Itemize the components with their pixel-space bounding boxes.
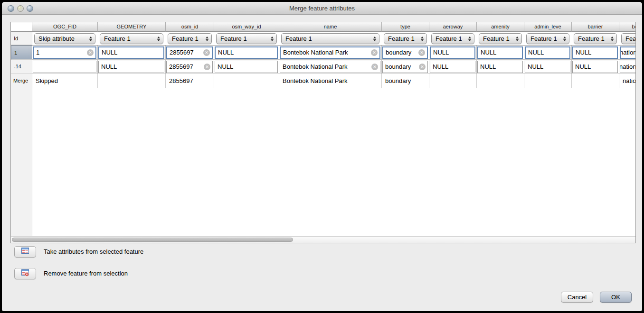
combo-value: Feature 1 — [104, 35, 131, 42]
feature-row-14: -14 NULL 2855697✕ NULL Bontebok National… — [11, 60, 635, 74]
row-header-feature-1[interactable]: 1 — [11, 46, 32, 60]
table-viewport: OGC_FID GEOMETRY osm_id osm_way_id name … — [11, 22, 635, 236]
attribute-value-field[interactable]: NULL — [215, 46, 278, 59]
combo-value: Feature 1 — [220, 35, 247, 42]
attribute-value-field[interactable]: NULL — [572, 46, 618, 59]
attribute-value-field[interactable]: NULL — [430, 61, 475, 73]
column-header-row: OGC_FID GEOMETRY osm_id osm_way_id name … — [11, 22, 635, 32]
attribute-value-field[interactable]: NULL — [98, 46, 164, 59]
remove-feature-label: Remove feature from selection — [44, 268, 128, 279]
attribute-value-field[interactable]: NULL — [572, 61, 618, 73]
merge-result-cell — [214, 74, 279, 88]
window-title: Merge feature attributes — [2, 2, 642, 15]
combo-arrows-icon — [468, 37, 471, 41]
attribute-value-field[interactable]: national_park — [620, 61, 635, 73]
scrollbar-thumb[interactable] — [12, 238, 293, 242]
field-text: NULL — [575, 63, 591, 70]
clear-icon[interactable]: ✕ — [87, 49, 94, 56]
clear-icon[interactable]: ✕ — [204, 64, 210, 70]
attribute-value-field[interactable]: 1✕ — [33, 46, 96, 59]
take-attributes-button[interactable] — [14, 246, 36, 258]
titlebar[interactable]: Merge feature attributes — [2, 2, 642, 15]
policy-combo-admin-leve[interactable]: Feature 1 — [526, 33, 569, 44]
horizontal-scrollbar[interactable] — [11, 236, 635, 243]
take-attributes-icon — [21, 247, 29, 257]
feature-row-1: 1 1✕ NULL 2855697✕ NULL Bontebok Nationa… — [11, 46, 635, 60]
clear-icon[interactable]: ✕ — [203, 49, 210, 56]
attribute-value-field[interactable]: boundary✕ — [382, 46, 428, 59]
field-text: NULL — [433, 49, 449, 56]
combo-value: Feature 1 — [625, 35, 635, 42]
attribute-value-field[interactable]: Bontebok National Park✕ — [280, 61, 380, 73]
combo-arrows-icon — [206, 37, 208, 41]
column-header-type: type — [382, 22, 429, 32]
attribute-value-field[interactable]: NULL — [477, 46, 523, 59]
combo-arrows-icon — [516, 37, 519, 41]
minimize-button[interactable] — [17, 5, 24, 12]
policy-combo-type[interactable]: Feature 1 — [384, 33, 427, 44]
policy-combo-boundary[interactable]: Feature 1 — [621, 33, 635, 44]
attribute-value-field[interactable]: NULL — [215, 61, 278, 73]
policy-combo-osm-id[interactable]: Feature 1 — [168, 33, 212, 44]
policy-combo-ogc-fid[interactable]: Skip attribute — [34, 33, 95, 44]
merge-result-cell: 2855697 — [166, 74, 214, 88]
attribute-value-field[interactable]: NULL — [525, 46, 570, 59]
combo-arrows-icon — [373, 37, 376, 41]
column-header-osm-id: osm_id — [166, 22, 214, 32]
column-header-boundary: boundary — [619, 22, 635, 32]
attribute-value-field[interactable]: 2855697✕ — [166, 46, 213, 59]
combo-arrows-icon — [611, 37, 614, 41]
combo-value: Feature 1 — [530, 35, 557, 42]
policy-combo-aeroway[interactable]: Feature 1 — [431, 33, 474, 44]
field-text: boundary — [386, 49, 411, 56]
policy-combo-amenity[interactable]: Feature 1 — [479, 33, 522, 44]
combo-value: Feature 1 — [483, 35, 510, 42]
row-header-merge[interactable]: Merge — [11, 74, 32, 88]
field-text: NULL — [102, 49, 117, 56]
policy-combo-barrier[interactable]: Feature 1 — [574, 33, 617, 44]
zoom-button[interactable] — [27, 5, 33, 12]
ok-button[interactable]: OK — [600, 292, 632, 303]
attribute-value-field[interactable]: Bontebok National Park✕ — [280, 46, 380, 59]
policy-combo-geometry[interactable]: Feature 1 — [100, 33, 163, 44]
attribute-value-field[interactable]: NULL — [98, 61, 164, 73]
column-header-ogc-fid: OGC_FID — [32, 22, 98, 32]
remove-feature-button[interactable] — [14, 268, 36, 279]
clear-icon[interactable]: ✕ — [418, 49, 425, 56]
merge-result-cell: Skipped — [32, 74, 98, 88]
attribute-value-field[interactable]: national_park — [620, 46, 635, 59]
merge-result-cell — [524, 74, 572, 88]
combo-value: Feature 1 — [436, 35, 462, 42]
policy-combo-name[interactable]: Feature 1 — [281, 33, 379, 44]
attribute-value-field[interactable]: NULL — [525, 61, 570, 73]
merge-policy-row: Id Skip attribute Feature 1 Feature 1 Fe… — [11, 32, 635, 46]
merge-result-cell — [429, 74, 477, 88]
field-text: national_park — [620, 47, 635, 58]
attribute-value-field[interactable] — [33, 61, 96, 73]
attribute-value-field[interactable]: 2855697✕ — [166, 61, 213, 73]
field-text: NULL — [433, 63, 448, 70]
field-text: 2855697 — [169, 63, 193, 70]
field-text: NULL — [576, 49, 591, 56]
clear-icon[interactable]: ✕ — [371, 64, 378, 70]
take-attributes-label: Take attributes from selected feature — [44, 246, 143, 258]
remove-feature-icon — [21, 269, 29, 278]
close-button[interactable] — [8, 5, 14, 12]
merge-attributes-table: OGC_FID GEOMETRY osm_id osm_way_id name … — [10, 22, 636, 243]
clear-icon[interactable]: ✕ — [371, 49, 378, 56]
policy-combo-osm-way-id[interactable]: Feature 1 — [216, 33, 277, 44]
cancel-button[interactable]: Cancel — [561, 292, 593, 303]
row-header-feature-14[interactable]: -14 — [11, 60, 32, 74]
merge-result-row: Merge Skipped 2855697 Bontebok National … — [11, 74, 635, 88]
attribute-value-field[interactable]: NULL — [477, 61, 523, 73]
column-header-osm-way-id: osm_way_id — [214, 22, 279, 32]
column-header-admin-leve: admin_leve — [524, 22, 572, 32]
merge-result-cell: Bontebok National Park — [279, 74, 382, 88]
attribute-value-field[interactable]: NULL — [430, 46, 475, 59]
combo-value: Feature 1 — [172, 35, 199, 42]
column-header-name: name — [279, 22, 382, 32]
clear-icon[interactable]: ✕ — [419, 64, 426, 70]
attribute-value-field[interactable]: boundary✕ — [382, 61, 428, 73]
field-text: Bontebok National Park — [283, 63, 348, 70]
field-text: NULL — [101, 63, 117, 70]
